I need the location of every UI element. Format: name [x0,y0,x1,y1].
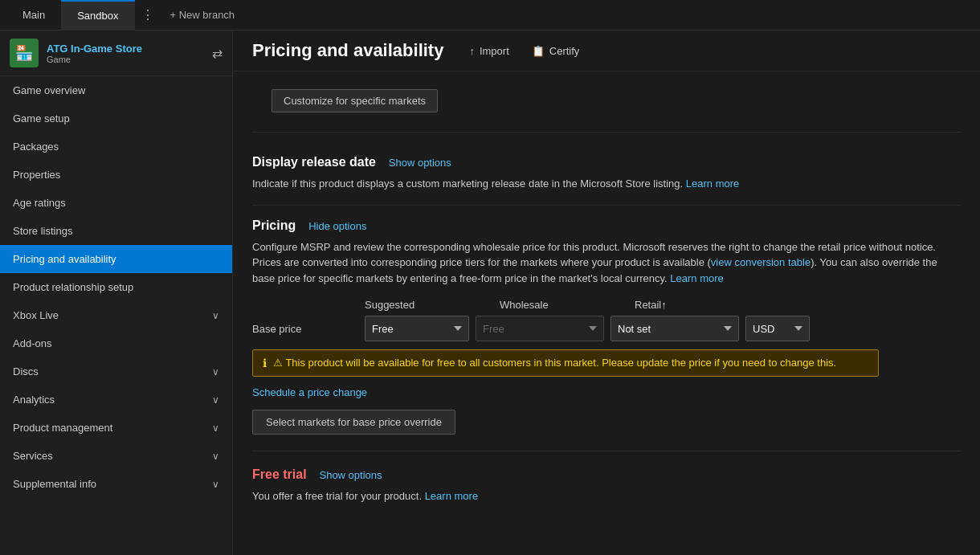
sidebar-item-services[interactable]: Services ∨ [0,442,232,470]
sidebar: 🏪 ATG In-Game Store Game ⇄ Game overview… [0,31,233,555]
free-trial-title: Free trial [252,467,307,482]
base-price-label: Base price [252,323,358,335]
display-release-date-title: Display release date [252,155,376,169]
free-price-warning: ℹ ⚠ This product will be available for f… [252,349,879,377]
sidebar-item-packages[interactable]: Packages [0,133,232,161]
new-branch-button[interactable]: + New branch [161,9,245,21]
sidebar-item-game-overview[interactable]: Game overview [0,76,232,104]
chevron-down-icon: ∨ [212,394,219,406]
chevron-down-icon: ∨ [212,310,219,321]
tab-main[interactable]: Main [6,0,61,31]
show-options-link[interactable]: Show options [389,157,451,169]
suggested-price-select[interactable]: Free $0.99 $1.99 $2.99 $4.99 [365,316,469,341]
sidebar-item-analytics[interactable]: Analytics ∨ [0,386,232,414]
conversion-table-link[interactable]: view conversion table [711,256,811,268]
pricing-title: Pricing [252,218,296,233]
pricing-table: Suggested Wholesale Retail↑ Base price F… [252,299,961,435]
sidebar-app-info: ATG In-Game Store Game [47,43,204,64]
content-area: Pricing and availability ↑ Import 📋 Cert… [233,31,980,555]
sidebar-item-add-ons[interactable]: Add-ons [0,329,232,357]
pricing-desc: Configure MSRP and review the correspond… [252,239,961,287]
sidebar-item-properties[interactable]: Properties [0,161,232,189]
sidebar-item-discs[interactable]: Discs ∨ [0,357,232,386]
select-markets-button[interactable]: Select markets for base price override [252,410,455,435]
page-header: Pricing and availability ↑ Import 📋 Cert… [233,31,980,71]
switch-icon[interactable]: ⇄ [212,46,223,61]
main-layout: 🏪 ATG In-Game Store Game ⇄ Game overview… [0,31,980,555]
free-trial-desc: You offer a free trial for your product.… [252,488,961,504]
sidebar-item-game-setup[interactable]: Game setup [0,104,232,133]
tab-sandbox[interactable]: Sandbox [61,0,134,31]
base-price-row: Base price Free $0.99 $1.99 $2.99 $4.99 … [252,316,961,341]
wholesale-header: Wholesale [500,299,628,311]
chevron-down-icon: ∨ [212,366,219,377]
sidebar-item-xbox-live[interactable]: Xbox Live ∨ [0,301,232,329]
retail-price-select[interactable]: Not set [610,316,739,341]
page-title: Pricing and availability [252,40,443,61]
sidebar-item-pricing-availability[interactable]: Pricing and availability [0,245,232,273]
app-logo: 🏪 [10,39,39,67]
sidebar-header: 🏪 ATG In-Game Store Game ⇄ [0,31,232,76]
customize-markets-button[interactable]: Customize for specific markets [272,89,438,112]
sidebar-nav: Game overview Game setup Packages Proper… [0,76,232,555]
pricing-learn-more-link[interactable]: Learn more [670,272,723,284]
currency-select[interactable]: USD [745,316,810,341]
import-icon: ↑ [469,45,475,57]
sidebar-item-product-relationship[interactable]: Product relationship setup [0,273,232,301]
suggested-header: Suggested [365,299,493,311]
pricing-section: Pricing Hide options Configure MSRP and … [233,206,980,448]
certify-icon: 📋 [532,45,545,57]
wholesale-price-select[interactable]: Free [476,316,604,341]
free-trial-section: Free trial Show options You offer a free… [233,455,980,517]
free-trial-show-options-link[interactable]: Show options [319,469,382,481]
display-release-learn-more-link[interactable]: Learn more [686,178,739,190]
pricing-headers: Suggested Wholesale Retail↑ [252,299,961,311]
app-name: ATG In-Game Store [47,43,204,55]
display-release-date-desc: Indicate if this product displays a cust… [252,176,961,192]
import-button[interactable]: ↑ Import [463,42,515,60]
tab-more-button[interactable]: ⋮ [135,7,161,22]
warning-icon: ℹ [263,357,267,369]
hide-options-link[interactable]: Hide options [308,220,366,232]
free-trial-learn-more-link[interactable]: Learn more [425,490,478,502]
schedule-price-change-link[interactable]: Schedule a price change [252,386,961,398]
sidebar-item-supplemental-info[interactable]: Supplemental info ∨ [0,470,232,498]
chevron-down-icon: ∨ [212,422,219,434]
chevron-down-icon: ∨ [212,479,219,490]
header-actions: ↑ Import 📋 Certify [463,42,586,60]
display-release-date-section: Display release date Show options Indica… [233,142,980,205]
retail-header: Retail↑ [635,299,739,311]
certify-button[interactable]: 📋 Certify [525,42,586,60]
sidebar-item-store-listings[interactable]: Store listings [0,217,232,245]
app-type: Game [47,55,204,64]
sidebar-item-product-management[interactable]: Product management ∨ [0,414,232,442]
tab-bar: Main Sandbox ⋮ + New branch [0,0,980,31]
chevron-down-icon: ∨ [212,451,219,462]
sidebar-item-age-ratings[interactable]: Age ratings [0,189,232,217]
